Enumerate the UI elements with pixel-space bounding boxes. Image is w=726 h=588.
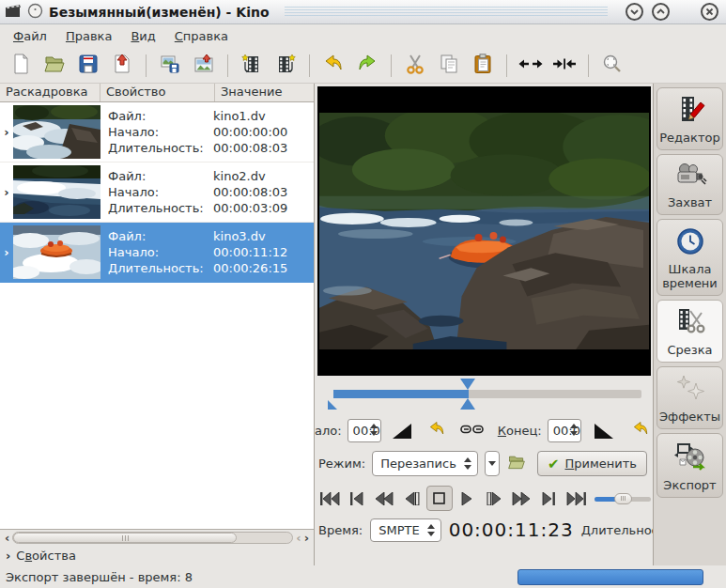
combo-arrows-icon — [427, 524, 435, 536]
close-button[interactable] — [701, 3, 718, 21]
clip-row-kino3[interactable]: › Файл: Начало: Длительность: kino3.dv 0… — [0, 223, 314, 283]
play-button[interactable] — [454, 486, 480, 511]
row-expander-icon[interactable]: › — [0, 185, 13, 199]
split-button[interactable] — [516, 51, 546, 81]
insert-before-button[interactable] — [237, 51, 267, 81]
sidebar-item-effects[interactable]: Эффекты — [656, 366, 723, 429]
trim-slider[interactable] — [315, 376, 653, 415]
horizontal-scrollbar[interactable]: ‹ ‹ › — [0, 529, 314, 546]
film-insert-after-icon — [274, 53, 297, 78]
clip-property-values: kino2.dv 00:00:08:03 00:00:03:09 — [213, 168, 314, 216]
scroll-left-icon[interactable]: ‹ — [296, 532, 301, 544]
column-storyboard[interactable]: Раскадровка — [0, 84, 100, 101]
save-button[interactable] — [73, 51, 103, 81]
clip-property-labels: Файл: Начало: Длительность: — [100, 228, 213, 276]
skip-to-start-button[interactable] — [317, 486, 343, 511]
menu-view[interactable]: Вид — [121, 26, 164, 46]
spinner-arrows-icon[interactable] — [370, 424, 378, 436]
storyboard-panel: Раскадровка Свойство Значение › Файл: На… — [0, 84, 315, 565]
spinner-arrows-icon[interactable] — [570, 424, 578, 436]
redo-button[interactable] — [352, 51, 382, 81]
column-property[interactable]: Свойство — [100, 84, 214, 101]
sidebar-item-trim[interactable]: Срезка — [656, 300, 723, 363]
scroll-right-icon[interactable]: › — [304, 532, 309, 544]
paste-button[interactable] — [468, 51, 498, 81]
skip-to-end-button[interactable] — [564, 486, 590, 511]
revert-end-icon[interactable] — [630, 420, 651, 441]
capture-still-button[interactable] — [155, 51, 185, 81]
apply-button[interactable]: ✔ Применить — [537, 451, 647, 476]
set-start-frame-icon[interactable] — [393, 424, 411, 439]
fast-forward-button[interactable] — [508, 486, 534, 511]
clip-start: 00:00:08:03 — [213, 184, 314, 200]
sidebar-item-export[interactable]: Экспорт — [656, 433, 723, 498]
clip-row-kino2[interactable]: › Файл: Начало: Длительность: kino2.dv 0… — [0, 162, 314, 223]
clip-start: 00:00:00:00 — [213, 124, 314, 140]
set-end-frame-icon[interactable] — [595, 424, 613, 439]
row-expander-icon[interactable]: › — [0, 245, 13, 259]
window-menu-icon[interactable] — [27, 3, 43, 22]
properties-label: Свойства — [16, 549, 76, 563]
minimize-button[interactable] — [626, 3, 643, 21]
column-value[interactable]: Значение — [214, 84, 314, 101]
scroll-left-icon[interactable]: ‹ — [5, 532, 9, 544]
combo-arrows-icon — [464, 457, 471, 470]
export-image-button[interactable] — [189, 51, 219, 81]
shuttle-handle[interactable] — [614, 493, 632, 504]
revert-start-icon[interactable] — [426, 420, 447, 441]
sidebar-item-editor[interactable]: Редактор — [656, 87, 723, 150]
menu-edit[interactable]: Правка — [56, 26, 121, 46]
playhead-marker-top-icon[interactable] — [460, 379, 475, 390]
cut-button[interactable] — [400, 51, 430, 81]
time-format-combobox[interactable]: SMPTE — [370, 518, 440, 542]
sidebar-item-timeline[interactable]: Шкала времени — [656, 219, 723, 296]
link-trim-icon[interactable] — [460, 423, 485, 439]
mode-label: Режим: — [318, 456, 365, 471]
trim-end-spinbox[interactable]: 00:0 — [548, 419, 581, 442]
maximize-button[interactable] — [652, 3, 670, 21]
copy-button[interactable] — [434, 51, 464, 81]
scrollbar-thumb[interactable] — [13, 533, 237, 543]
playhead-marker-bottom-icon[interactable] — [460, 398, 475, 410]
scrollbar-track[interactable] — [12, 532, 293, 544]
statusbar: Экспорт завершён - время: 8 — [0, 565, 726, 588]
trim-start-label: ало: — [315, 424, 342, 438]
menu-help[interactable]: Справка — [165, 26, 238, 46]
insert-after-button[interactable] — [270, 51, 301, 81]
copy-icon — [438, 53, 460, 78]
sidebar-item-capture[interactable]: Захват — [656, 154, 723, 215]
properties-expander[interactable]: › Свойства — [0, 546, 314, 565]
export-file-button[interactable] — [107, 51, 137, 81]
trim-slider-track[interactable] — [333, 390, 641, 398]
open-file-button[interactable] — [39, 51, 70, 81]
export-file-icon — [111, 53, 133, 78]
export-progressbar — [517, 569, 703, 585]
sparkles-icon — [673, 374, 707, 407]
next-scene-button[interactable] — [536, 486, 563, 511]
shuttle-speed-slider[interactable] — [595, 492, 651, 505]
previous-scene-button[interactable] — [344, 486, 370, 511]
zoom-fit-button[interactable] — [597, 51, 627, 81]
rewind-button[interactable] — [371, 486, 397, 511]
clip-property-labels: Файл: Начало: Длительность: — [100, 108, 213, 156]
clip-property-labels: Файл: Начало: Длительность: — [100, 168, 213, 216]
frame-forward-button[interactable] — [481, 486, 507, 511]
new-file-button[interactable] — [6, 51, 36, 81]
open-mix-folder-icon[interactable] — [506, 453, 527, 474]
undo-button[interactable] — [318, 51, 348, 81]
titlebar[interactable]: Безымянный(изменён) - Kino — [0, 0, 726, 24]
mode-combobox[interactable]: Перезапись — [372, 451, 478, 476]
trim-end-label: Конец: — [498, 424, 542, 438]
trim-start-marker-icon[interactable] — [328, 400, 337, 410]
trim-slider-selection — [333, 390, 469, 398]
storyboard-empty-area — [0, 283, 314, 529]
secondary-dropdown[interactable] — [485, 451, 500, 476]
row-expander-icon[interactable]: › — [0, 125, 13, 139]
join-button[interactable] — [549, 51, 579, 81]
trim-start-spinbox[interactable]: 00:0 — [348, 419, 381, 442]
expander-arrow-icon[interactable]: › — [6, 549, 10, 563]
menu-file[interactable]: Файл — [4, 26, 56, 46]
clip-row-kino1[interactable]: › Файл: Начало: Длительность: kino1.dv 0… — [0, 102, 314, 162]
frame-back-button[interactable] — [399, 486, 425, 511]
stop-button[interactable] — [426, 486, 453, 511]
